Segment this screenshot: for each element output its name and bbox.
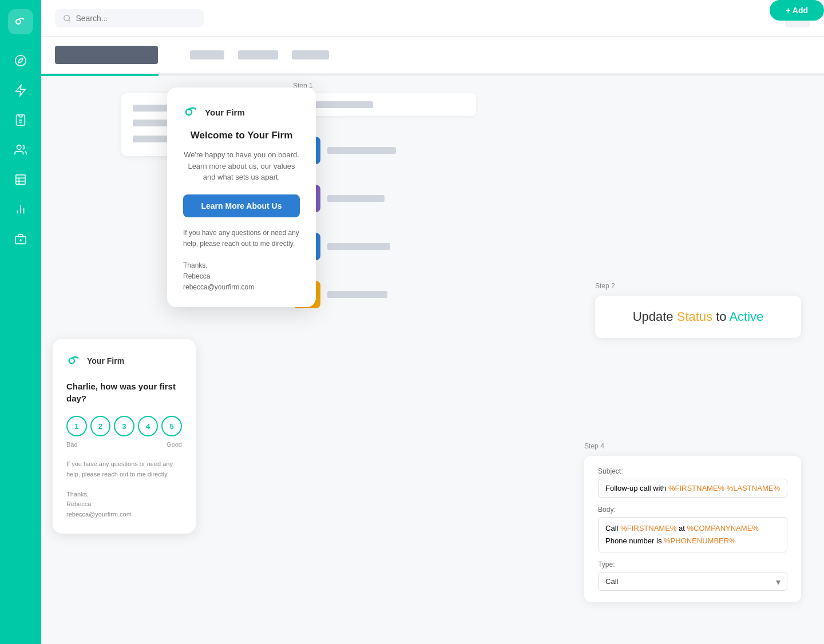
- node-contact-text: [327, 195, 385, 202]
- sidebar-logo[interactable]: [8, 9, 33, 34]
- step3-question: Charlie, how was your first day?: [66, 380, 182, 404]
- rating-5[interactable]: 5: [161, 416, 182, 436]
- tab-bar: [190, 50, 329, 59]
- subject-label: Subject:: [598, 467, 787, 475]
- step2-section: Step 2 Update Status to Active: [595, 282, 801, 338]
- tab-item-2[interactable]: [238, 50, 278, 59]
- type-label: Type:: [598, 560, 787, 569]
- label-good: Good: [167, 441, 182, 448]
- svg-rect-7: [16, 175, 26, 185]
- welcome-modal: Your Firm Welcome to Your Firm We're hap…: [167, 88, 316, 307]
- svg-point-30: [186, 109, 192, 115]
- step2-card: Update Status to Active: [595, 296, 801, 338]
- step2-prefix: Update: [633, 309, 677, 324]
- svg-point-0: [16, 19, 21, 24]
- footer-line2: help, please reach out to me directly.: [66, 471, 169, 478]
- trigger-node[interactable]: [293, 93, 476, 116]
- body-input[interactable]: Call %FIRSTNAME% at %COMPANYNAME% Phone …: [598, 517, 787, 552]
- svg-line-18: [69, 19, 70, 21]
- footer-line1: If you have any questions or need any: [66, 460, 173, 467]
- page-title-bar: [55, 46, 158, 64]
- body-label: Body:: [598, 506, 787, 514]
- modal-footer-line2: help, please reach out to me directly.: [183, 240, 295, 248]
- rating-labels: Bad Good: [66, 441, 182, 448]
- svg-point-29: [69, 358, 74, 363]
- step2-text: Update Status to Active: [613, 309, 783, 324]
- step2-active: Active: [729, 309, 763, 324]
- tab-item-1[interactable]: [190, 50, 224, 59]
- main-content: + Add Step 1: [41, 0, 824, 644]
- svg-point-6: [17, 145, 21, 149]
- search-icon: [63, 14, 71, 23]
- modal-footer: If you have any questions or need any he…: [183, 228, 300, 293]
- type-select[interactable]: Call Email Meeting Text: [598, 572, 787, 591]
- modal-description: We're happy to have you on board. Learn …: [183, 149, 300, 183]
- step3-logo-text: Your Firm: [87, 356, 124, 365]
- step3-footer: If you have any questions or need any he…: [66, 459, 182, 520]
- svg-rect-3: [19, 115, 22, 117]
- step2-middle: to: [712, 309, 729, 324]
- subject-var1: %FIRSTNAME%: [668, 484, 724, 492]
- svg-marker-2: [16, 85, 26, 96]
- svg-point-1: [15, 55, 26, 66]
- type-select-wrapper[interactable]: Call Email Meeting Text: [598, 572, 787, 591]
- step3-logo: Your Firm: [66, 353, 182, 369]
- node-note-text: [327, 291, 387, 298]
- sidebar-item-team[interactable]: [8, 137, 33, 162]
- sidebar-item-bolt[interactable]: [8, 78, 33, 103]
- rating-4[interactable]: 4: [138, 416, 159, 436]
- step2-label: Step 2: [595, 282, 801, 290]
- sidebar: [0, 0, 41, 644]
- modal-logo-text: Your Firm: [205, 108, 245, 117]
- body-prefix1: Call: [605, 524, 620, 532]
- workflow-canvas: Step 1: [41, 76, 824, 591]
- modal-logo-icon: [183, 104, 200, 121]
- add-button[interactable]: + Add: [770, 0, 824, 21]
- tab-item-3[interactable]: [292, 50, 329, 59]
- sidebar-item-clipboard[interactable]: [8, 108, 33, 133]
- modal-title: Welcome to Your Firm: [183, 130, 300, 141]
- body-var2: %COMPANYNAME%: [687, 524, 758, 532]
- step3-logo-icon: [66, 353, 82, 369]
- sidebar-item-table[interactable]: [8, 167, 33, 192]
- node-task-text: [327, 243, 390, 250]
- topbar: [41, 0, 824, 37]
- step3-card: Your Firm Charlie, how was your first da…: [53, 339, 196, 534]
- modal-logo: Your Firm: [183, 104, 300, 121]
- rating-3[interactable]: 3: [114, 416, 134, 436]
- workflow-center-col: [293, 93, 476, 308]
- body-prefix2: Phone number is: [605, 536, 664, 545]
- body-var1: %FIRSTNAME%: [620, 524, 676, 532]
- search-field[interactable]: [76, 14, 196, 23]
- subject-prefix: Follow-up call with: [605, 484, 668, 492]
- modal-footer-line1: If you have any questions or need any: [183, 229, 299, 237]
- subject-var2: %LASTNAME%: [727, 484, 780, 492]
- body-var3: %PHONENUMBER%: [664, 536, 736, 545]
- learn-more-button[interactable]: Learn More About Us: [183, 194, 300, 217]
- rating-2[interactable]: 2: [90, 416, 111, 436]
- body-suffix1: at: [676, 524, 687, 532]
- step4-label: Step 4: [584, 442, 801, 450]
- search-input-wrapper[interactable]: [55, 9, 204, 27]
- step4-section: Step 4 Subject: Follow-up call with %FIR…: [584, 442, 801, 602]
- subject-input[interactable]: Follow-up call with %FIRSTNAME% %LASTNAM…: [598, 479, 787, 498]
- step2-status: Status: [677, 309, 712, 324]
- sidebar-item-toolbox[interactable]: [8, 226, 33, 252]
- rating-1[interactable]: 1: [66, 416, 87, 436]
- content-header: + Add: [41, 37, 824, 74]
- node-email-text: [327, 147, 396, 154]
- step4-card: Subject: Follow-up call with %FIRSTNAME%…: [584, 456, 801, 602]
- sidebar-item-chart[interactable]: [8, 197, 33, 222]
- svg-point-17: [64, 15, 70, 21]
- sidebar-item-compass[interactable]: [8, 48, 33, 73]
- label-bad: Bad: [66, 441, 78, 448]
- rating-row: 1 2 3 4 5: [66, 416, 182, 436]
